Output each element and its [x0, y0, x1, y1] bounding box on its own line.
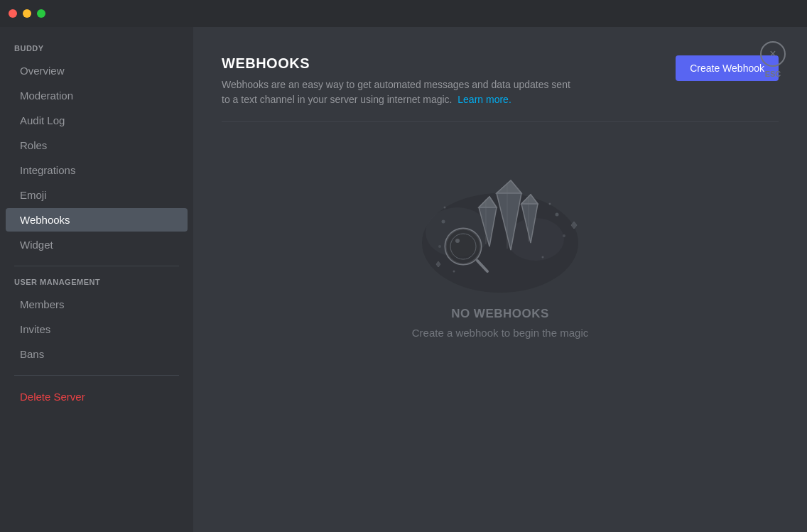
sidebar-item-members[interactable]: Members: [6, 293, 188, 316]
sidebar: BUDDY Overview Moderation Audit Log Role…: [0, 27, 193, 532]
sidebar-divider-1: [14, 266, 179, 266]
empty-state-subtitle: Create a webhook to begin the magic: [412, 327, 589, 339]
svg-point-17: [442, 220, 445, 224]
sidebar-item-delete-server[interactable]: Delete Server: [6, 385, 188, 408]
sidebar-item-bans[interactable]: Bans: [6, 342, 188, 366]
sidebar-item-audit-log[interactable]: Audit Log: [6, 109, 188, 132]
maximize-button[interactable]: [37, 9, 45, 18]
description-text: Webhooks are an easy way to get automate…: [222, 79, 570, 105]
buddy-section-label: BUDDY: [0, 44, 193, 58]
esc-label: ESC: [765, 70, 781, 78]
svg-point-26: [444, 207, 446, 209]
learn-more-link[interactable]: Learn more.: [457, 94, 511, 105]
webhooks-illustration: [401, 165, 600, 307]
sidebar-item-webhooks[interactable]: Webhooks: [6, 208, 188, 232]
page-title: WEBHOOKS: [222, 55, 577, 72]
minimize-button[interactable]: [23, 9, 31, 18]
sidebar-item-overview[interactable]: Overview: [6, 59, 188, 82]
sidebar-item-integrations[interactable]: Integrations: [6, 158, 188, 182]
sidebar-item-widget[interactable]: Widget: [6, 233, 188, 256]
svg-point-15: [455, 239, 460, 243]
sidebar-item-invites[interactable]: Invites: [6, 317, 188, 341]
svg-point-24: [453, 271, 455, 273]
empty-state: NO WEBHOOKS Create a webhook to begin th…: [222, 122, 779, 353]
main-content: × ESC WEBHOOKS Webhooks are an easy way …: [193, 27, 807, 532]
empty-state-title: NO WEBHOOKS: [451, 307, 549, 321]
svg-marker-7: [497, 180, 521, 193]
esc-button[interactable]: × ESC: [760, 41, 786, 78]
svg-point-19: [563, 234, 565, 237]
svg-point-18: [556, 213, 559, 217]
sidebar-divider-2: [14, 375, 179, 376]
sidebar-item-emoji[interactable]: Emoji: [6, 183, 188, 207]
page-description: Webhooks are an easy way to get automate…: [222, 77, 577, 107]
user-management-section-label: USER MANAGEMENT: [0, 278, 193, 292]
close-button[interactable]: [9, 9, 17, 18]
svg-point-23: [542, 256, 544, 259]
app-container: BUDDY Overview Moderation Audit Log Role…: [0, 27, 807, 532]
title-bar: [0, 0, 807, 27]
svg-point-20: [438, 245, 441, 248]
page-header: WEBHOOKS Webhooks are an easy way to get…: [222, 55, 779, 107]
header-text: WEBHOOKS Webhooks are an easy way to get…: [222, 55, 577, 107]
sidebar-item-moderation[interactable]: Moderation: [6, 84, 188, 107]
svg-point-25: [549, 203, 551, 205]
esc-circle-icon: ×: [760, 41, 786, 67]
sidebar-item-roles[interactable]: Roles: [6, 134, 188, 157]
